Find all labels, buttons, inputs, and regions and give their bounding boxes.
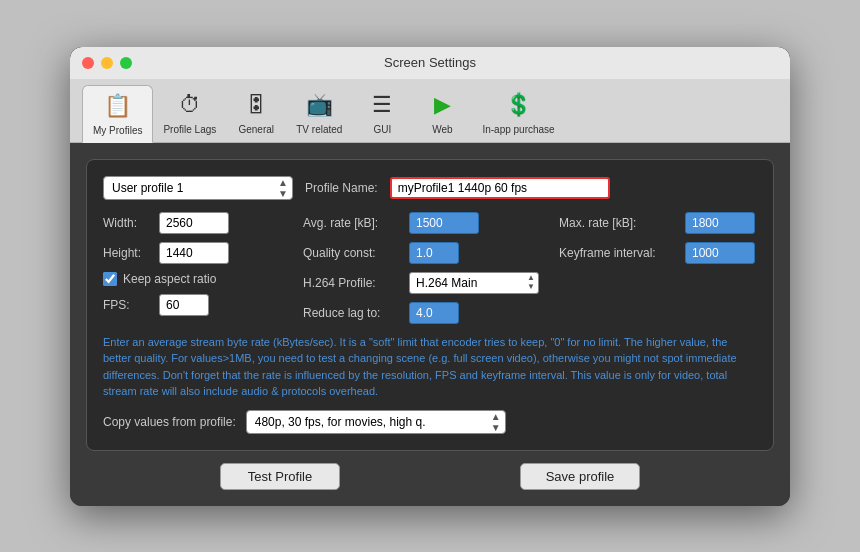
settings-panel: User profile 1 ▲▼ Profile Name: Width: H… xyxy=(86,159,774,451)
toolbar: 📋 My Profiles ⏱ Profile Lags 🎛 General 📺… xyxy=(70,79,790,143)
general-icon: 🎛 xyxy=(240,89,272,121)
reduce-lag-input[interactable] xyxy=(409,302,459,324)
window-controls xyxy=(82,57,132,69)
profile-lags-icon: ⏱ xyxy=(174,89,206,121)
toolbar-label-in-app-purchase: In-app purchase xyxy=(482,124,554,135)
toolbar-item-general[interactable]: 🎛 General xyxy=(226,85,286,142)
tv-related-icon: 📺 xyxy=(303,89,335,121)
height-input[interactable] xyxy=(159,242,229,264)
main-window: Screen Settings 📋 My Profiles ⏱ Profile … xyxy=(70,47,790,506)
toolbar-label-general: General xyxy=(238,124,274,135)
web-icon: ▶ xyxy=(426,89,458,121)
copy-row: Copy values from profile: 480p, 30 fps, … xyxy=(103,410,757,434)
toolbar-label-web: Web xyxy=(432,124,452,135)
quality-row: Quality const: xyxy=(303,242,539,264)
mid-col: Avg. rate [kB]: Quality const: H.264 Pro… xyxy=(303,212,539,324)
right-col: Max. rate [kB]: Keyframe interval: xyxy=(559,212,755,324)
fps-input[interactable] xyxy=(159,294,209,316)
toolbar-item-web[interactable]: ▶ Web xyxy=(412,85,472,142)
keyframe-row: Keyframe interval: xyxy=(559,242,755,264)
fields-grid: Width: Height: Keep aspect ratio xyxy=(103,212,757,324)
fps-label: FPS: xyxy=(103,298,153,312)
h264-select[interactable]: H.264 Main H.264 Baseline H.264 High xyxy=(409,272,539,294)
content-area: User profile 1 ▲▼ Profile Name: Width: H… xyxy=(70,143,790,506)
height-row: Height: xyxy=(103,242,283,264)
info-text: Enter an average stream byte rate (kByte… xyxy=(103,334,757,400)
profile-select-wrapper: User profile 1 ▲▼ xyxy=(103,176,293,200)
toolbar-item-tv-related[interactable]: 📺 TV related xyxy=(286,85,352,142)
max-rate-label: Max. rate [kB]: xyxy=(559,216,679,230)
gui-icon: ☰ xyxy=(366,89,398,121)
reduce-lag-label: Reduce lag to: xyxy=(303,306,403,320)
width-row: Width: xyxy=(103,212,283,234)
toolbar-label-profile-lags: Profile Lags xyxy=(163,124,216,135)
toolbar-label-my-profiles: My Profiles xyxy=(93,125,142,136)
max-rate-input[interactable] xyxy=(685,212,755,234)
profile-name-input[interactable] xyxy=(390,177,610,199)
minimize-button[interactable] xyxy=(101,57,113,69)
copy-select[interactable]: 480p, 30 fps, for movies, high q. xyxy=(246,410,506,434)
window-title: Screen Settings xyxy=(384,55,476,70)
height-label: Height: xyxy=(103,246,153,260)
toolbar-label-gui: GUI xyxy=(374,124,392,135)
toolbar-item-profile-lags[interactable]: ⏱ Profile Lags xyxy=(153,85,226,142)
width-label: Width: xyxy=(103,216,153,230)
copy-select-wrapper: 480p, 30 fps, for movies, high q. ▲▼ xyxy=(246,410,506,434)
save-profile-button[interactable]: Save profile xyxy=(520,463,640,490)
aspect-ratio-text: Keep aspect ratio xyxy=(123,272,216,286)
titlebar: Screen Settings xyxy=(70,47,790,79)
aspect-ratio-row: Keep aspect ratio xyxy=(103,272,283,286)
h264-row: H.264 Profile: H.264 Main H.264 Baseline… xyxy=(303,272,539,294)
h264-label: H.264 Profile: xyxy=(303,276,403,290)
top-row: User profile 1 ▲▼ Profile Name: xyxy=(103,176,757,200)
h264-select-wrapper: H.264 Main H.264 Baseline H.264 High ▲▼ xyxy=(409,272,539,294)
toolbar-item-my-profiles[interactable]: 📋 My Profiles xyxy=(82,85,153,143)
profile-select[interactable]: User profile 1 xyxy=(103,176,293,200)
aspect-ratio-checkbox[interactable] xyxy=(103,272,117,286)
avg-rate-input[interactable] xyxy=(409,212,479,234)
in-app-purchase-icon: 💲 xyxy=(503,89,535,121)
toolbar-item-gui[interactable]: ☰ GUI xyxy=(352,85,412,142)
close-button[interactable] xyxy=(82,57,94,69)
fps-row: FPS: xyxy=(103,294,283,316)
maximize-button[interactable] xyxy=(120,57,132,69)
quality-input[interactable] xyxy=(409,242,459,264)
max-rate-row: Max. rate [kB]: xyxy=(559,212,755,234)
quality-label: Quality const: xyxy=(303,246,403,260)
avg-rate-label: Avg. rate [kB]: xyxy=(303,216,403,230)
test-profile-button[interactable]: Test Profile xyxy=(220,463,340,490)
reduce-lag-row: Reduce lag to: xyxy=(303,302,539,324)
my-profiles-icon: 📋 xyxy=(102,90,134,122)
left-col: Width: Height: Keep aspect ratio xyxy=(103,212,283,324)
toolbar-label-tv-related: TV related xyxy=(296,124,342,135)
keyframe-label: Keyframe interval: xyxy=(559,246,679,260)
copy-label: Copy values from profile: xyxy=(103,415,236,429)
toolbar-item-in-app-purchase[interactable]: 💲 In-app purchase xyxy=(472,85,564,142)
keyframe-input[interactable] xyxy=(685,242,755,264)
avg-rate-row: Avg. rate [kB]: xyxy=(303,212,539,234)
buttons-row: Test Profile Save profile xyxy=(86,463,774,490)
aspect-ratio-label[interactable]: Keep aspect ratio xyxy=(103,272,216,286)
profile-name-label: Profile Name: xyxy=(305,181,378,195)
width-input[interactable] xyxy=(159,212,229,234)
